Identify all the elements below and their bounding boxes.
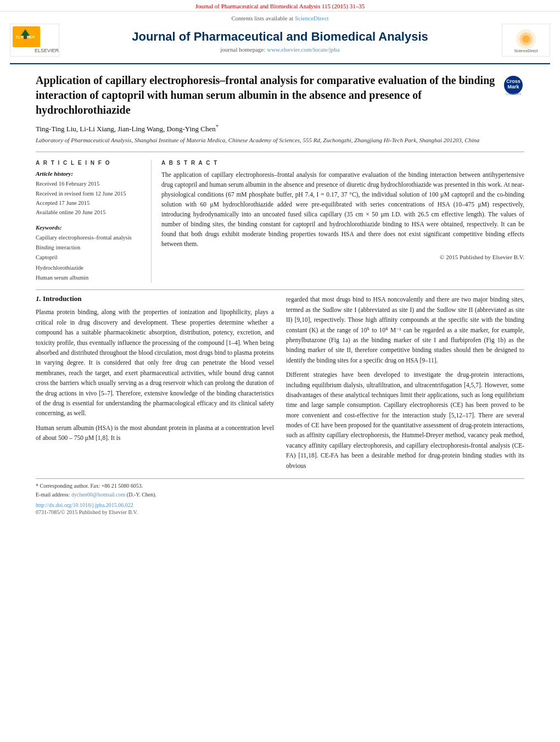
- email-author: (D.-Y. Chen).: [127, 492, 156, 498]
- section-divider: [36, 289, 524, 290]
- crossmark-badge: Cross Mark CrossMark: [503, 75, 524, 99]
- affiliation: Laboratory of Pharmaceutical Analysis, S…: [36, 136, 524, 145]
- intro-label: Introduction: [43, 294, 82, 303]
- right-para2: Different strategies have been developed…: [286, 370, 524, 471]
- journal-header: Contents lists available at ScienceDirec…: [0, 12, 560, 64]
- abstract-col: A B S T R A C T The application of capil…: [151, 160, 524, 283]
- svg-text:ScienceDirect: ScienceDirect: [514, 49, 537, 53]
- footnote-email: E-mail address: dychen00@hotmail.com (D.…: [36, 490, 524, 499]
- accepted-line: Accepted 17 June 2015: [36, 198, 141, 208]
- svg-point-9: [522, 35, 530, 43]
- keywords-label: Keywords:: [36, 224, 141, 231]
- intro-num: 1.: [36, 294, 41, 303]
- title-divider: [36, 152, 524, 152]
- contents-text: Contents lists available at: [231, 15, 293, 21]
- body-right-col: regarded that most drugs bind to HSA non…: [286, 294, 524, 471]
- sciencedirect-logo-img: ScienceDirect: [495, 24, 550, 59]
- issn-line: 0731-7085/© 2015 Published by Elsevier B…: [36, 509, 524, 515]
- keyword-item: Human serum albumin: [36, 273, 141, 283]
- doi-line: http://dx.doi.org/10.1016/j.jpba.2015.06…: [36, 500, 524, 509]
- elsevier-logo: ELSEVIER ELSEVIER: [10, 24, 65, 59]
- journal-title: Journal of Pharmaceutical and Biomedical…: [65, 30, 495, 44]
- abstract-text: The application of capillary electrophor…: [161, 170, 524, 249]
- footnote-area: * Corresponding author. Fax: +86 21 5080…: [36, 478, 524, 515]
- paper-title: Application of capillary electrophoresis…: [36, 73, 497, 118]
- article-info-col: A R T I C L E I N F O Article history: R…: [36, 160, 151, 283]
- svg-text:Mark: Mark: [507, 84, 519, 90]
- body-left-col: 1. Introduction Plasma protein binding, …: [36, 294, 274, 471]
- journal-homepage: journal homepage: www.elsevier.com/locat…: [65, 46, 495, 53]
- banner-text: Journal of Pharmaceutical and Biomedical…: [195, 3, 365, 9]
- footnote-star-note: * Corresponding author. Fax: +86 21 5080…: [36, 482, 524, 490]
- keyword-item: Binding interaction: [36, 243, 141, 253]
- corresponding-star: *: [216, 123, 219, 130]
- keyword-item: Capillary electrophoresis–frontal analys…: [36, 233, 141, 243]
- intro-heading: 1. Introduction: [36, 294, 274, 303]
- keyword-item: Hydrochlorothiazide: [36, 263, 141, 273]
- abstract-heading: A B S T R A C T: [161, 160, 524, 166]
- svg-rect-4: [24, 36, 27, 39]
- available-line: Available online 20 June 2015: [36, 208, 141, 217]
- authors-line: Ting-Ting Liu, Li-Li Xiang, Jian-Ling Wa…: [36, 123, 524, 133]
- intro-para1: Plasma protein binding, along with the p…: [36, 307, 274, 418]
- paper-header: Application of capillary electrophoresis…: [0, 64, 560, 149]
- journal-title-block: Journal of Pharmaceutical and Biomedical…: [65, 30, 495, 53]
- intro-para2: Human serum albumin (HSA) is the most ab…: [36, 423, 274, 443]
- article-meta-section: A R T I C L E I N F O Article history: R…: [0, 154, 560, 283]
- article-history-label: Article history:: [36, 170, 141, 177]
- email-label: E-mail address:: [36, 492, 70, 498]
- article-info-heading: A R T I C L E I N F O: [36, 160, 141, 166]
- doi-link[interactable]: http://dx.doi.org/10.1016/j.jpba.2015.06…: [36, 502, 133, 508]
- abstract-copyright: © 2015 Published by Elsevier B.V.: [161, 254, 524, 260]
- received-line: Received 16 February 2015: [36, 179, 141, 188]
- right-para1: regarded that most drugs bind to HSA non…: [286, 294, 524, 365]
- svg-text:Cross: Cross: [506, 79, 520, 84]
- received-revised-line: Received in revised form 12 June 2015: [36, 189, 141, 198]
- keyword-item: Captopril: [36, 253, 141, 263]
- top-banner: Journal of Pharmaceutical and Biomedical…: [0, 0, 560, 12]
- homepage-link[interactable]: www.elsevier.com/locate/jpba: [267, 46, 339, 53]
- svg-text:ELSEVIER: ELSEVIER: [35, 48, 59, 53]
- svg-text:CrossMark: CrossMark: [505, 92, 522, 96]
- email-link[interactable]: dychen00@hotmail.com: [71, 492, 127, 498]
- keywords-list: Capillary electrophoresis–frontal analys…: [36, 233, 141, 283]
- body-two-col: 1. Introduction Plasma protein binding, …: [0, 294, 560, 471]
- sciencedirect-link[interactable]: ScienceDirect: [295, 15, 329, 21]
